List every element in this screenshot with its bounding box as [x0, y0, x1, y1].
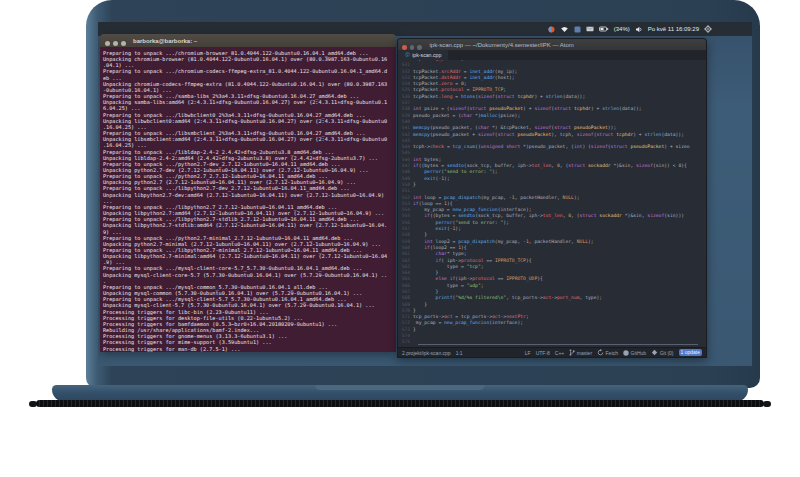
- code-editor[interactable]: 530tcph->urg_ptr = 0;531532tcpPacket.src…: [398, 60, 706, 347]
- atom-window: ipk-scan.cpp — ~/Dokumenty/4.semester/IP…: [397, 38, 707, 358]
- status-item-updates[interactable]: 1 update: [679, 349, 702, 356]
- atom-maximize-button[interactable]: [417, 45, 422, 50]
- status-item-github[interactable]: GitHub: [623, 350, 646, 356]
- atom-titlebar[interactable]: ipk-scan.cpp — ~/Dokumenty/4.semester/IP…: [398, 39, 706, 50]
- terminal-line: Preparing to unpack .../mysql-client-cor…: [103, 265, 393, 271]
- cpp-file-icon: ⓒ: [405, 52, 410, 57]
- atom-minimize-button[interactable]: [410, 45, 415, 50]
- terminal-window: barborka@barborka: ~ Preparing to unpack…: [100, 34, 396, 352]
- status-bar: 2.projekt/ipk-scan.cpp 1:1 LFUTF-8C++mas…: [398, 347, 706, 357]
- terminal-maximize-button[interactable]: [121, 41, 126, 46]
- terminal-line: Unpacking mysql-client-core-5.7 (5.7.30-…: [103, 272, 393, 278]
- terminal-line: Preparing to unpack .../libwbclient0_2%3…: [103, 112, 393, 118]
- tab-label: ipk-scan.cpp: [412, 52, 441, 58]
- code-line: 542memcpy(pseudo_packet + sizeof(struct …: [398, 132, 706, 138]
- atom-window-title: ipk-scan.cpp — ~/Dokumenty/4.semester/IP…: [430, 42, 574, 48]
- laptop-lid: (34%) Po kvě 11 16:09:29 barborka@barbor…: [86, 0, 760, 388]
- terminal-close-button[interactable]: [105, 41, 110, 46]
- status-file-path[interactable]: 2.projekt/ipk-scan.cpp: [402, 350, 451, 356]
- github-icon: [623, 350, 629, 356]
- atom-close-button[interactable]: [402, 45, 407, 50]
- tab-ipk-scan-cpp[interactable]: ⓒ ipk-scan.cpp: [398, 50, 448, 60]
- terminal-line: Unpacking mysql-client-5.7 (5.7.30-0ubun…: [103, 302, 393, 308]
- terminal-line: Processing triggers for man-db (2.7.5-1)…: [103, 346, 393, 352]
- status-item-fetch[interactable]: Fetch: [597, 349, 618, 356]
- laptop-vent: [36, 400, 764, 407]
- laptop-mockup: (34%) Po kvě 11 16:09:29 barborka@barbor…: [0, 0, 800, 477]
- laptop-lid-notch: [315, 385, 485, 390]
- terminal-line: Unpacking samba-libs:amd64 (2:4.3.11+dfs…: [103, 99, 393, 105]
- software-updater-icon[interactable]: [548, 26, 555, 33]
- clock[interactable]: Po kvě 11 16:09:29: [648, 26, 699, 32]
- terminal-minimize-button[interactable]: [113, 41, 118, 46]
- terminal-line: Preparing to unpack .../python2.7-minima…: [103, 235, 393, 241]
- status-right-items: LFUTF-8C++masterFetchGitHubGit (0)1 upda…: [525, 349, 702, 356]
- git-icon: [651, 349, 658, 356]
- keyboard-layout-icon[interactable]: [574, 26, 581, 33]
- battery-icon[interactable]: [599, 26, 609, 32]
- terminal-line: Preparing to unpack .../chromium-codecs-…: [103, 68, 393, 74]
- status-item-encoding[interactable]: UTF-8: [536, 350, 550, 356]
- editor-lines: 530tcph->urg_ptr = 0;531532tcpPacket.src…: [398, 60, 706, 346]
- status-item-line-ending[interactable]: LF: [525, 350, 531, 356]
- battery-percent: (34%): [614, 26, 630, 32]
- tab-bar: ⓒ ipk-scan.cpp: [398, 50, 706, 60]
- desktop: (34%) Po kvě 11 16:09:29 barborka@barbor…: [98, 22, 752, 366]
- branch-icon: [569, 349, 575, 356]
- terminal-line: Unpacking libpython2.7-minimal:amd64 (2.…: [103, 253, 393, 259]
- status-item-grammar[interactable]: C++: [555, 350, 564, 356]
- wifi-icon[interactable]: [560, 26, 569, 33]
- terminal-line: Unpacking libwbclient0:amd64 (2:4.3.11+d…: [103, 118, 393, 124]
- terminal-line: Unpacking libpython2.7-dev:amd64 (2.7.12…: [103, 192, 393, 198]
- status-item-git-branch[interactable]: master: [569, 349, 592, 356]
- terminal-line: Preparing to unpack .../libpython2.7-dev…: [103, 185, 393, 191]
- mail-icon[interactable]: [586, 26, 594, 32]
- terminal-output[interactable]: Preparing to unpack .../chromium-browser…: [100, 47, 396, 352]
- terminal-title: barborka@barborka: ~: [133, 38, 197, 44]
- status-cursor-position[interactable]: 1:1: [456, 350, 463, 356]
- terminal-line: Unpacking libpython2.7-stdlib:amd64 (2.7…: [103, 222, 393, 228]
- horizontal-scrollbar[interactable]: [418, 344, 698, 345]
- sync-icon: [597, 349, 604, 356]
- status-item-git-changes[interactable]: Git (0): [651, 349, 673, 356]
- terminal-titlebar[interactable]: barborka@barborka: ~: [100, 34, 396, 47]
- session-gear-icon[interactable]: [704, 25, 712, 33]
- terminal-line: Unpacking libldap-2.4-2:amd64 (2.4.42+df…: [103, 155, 393, 161]
- terminal-line: Unpacking chromium-browser (81.0.4044.12…: [103, 56, 393, 62]
- volume-icon[interactable]: [635, 26, 643, 33]
- code-line: 544tcph->check = tcp_csum((unsigned shor…: [398, 144, 706, 150]
